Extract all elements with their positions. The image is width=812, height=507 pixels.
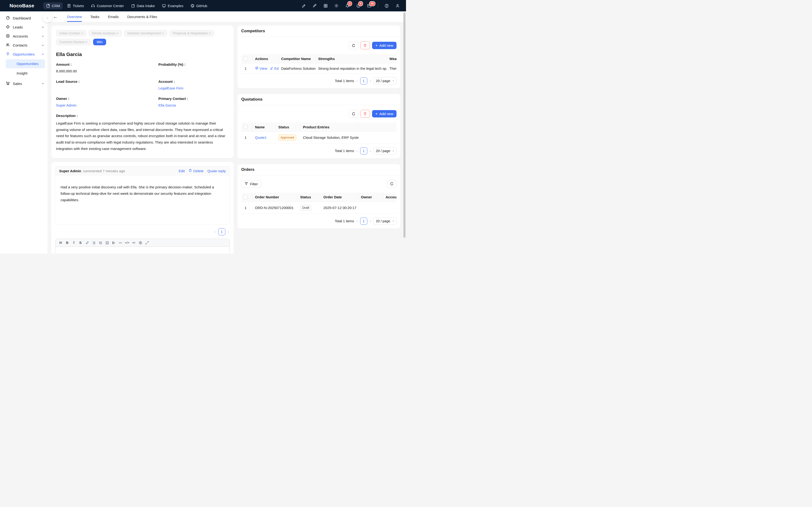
edit-link[interactable]: Edit — [270, 66, 279, 70]
tab-overview[interactable]: Overview — [67, 11, 82, 22]
weaknesses-cell: Their p — [387, 63, 397, 73]
prev-page-icon[interactable]: ‹ — [356, 219, 358, 223]
comment-edit-link[interactable]: Edit — [179, 169, 185, 173]
select-all-checkbox[interactable] — [241, 54, 253, 63]
add-new-button[interactable]: +Add new — [372, 42, 397, 49]
quotation-link[interactable]: Quote1 — [255, 135, 267, 139]
page-number[interactable]: 1 — [360, 77, 367, 84]
notifications-badge: 3 — [347, 1, 352, 6]
owner-link[interactable]: Super Admin — [56, 103, 158, 108]
stage-contract-review[interactable]: Contract Review > — [56, 39, 91, 45]
bulk-delete-button[interactable] — [360, 42, 370, 49]
quotations-panel: Quotations +Add new — [238, 94, 400, 159]
view-link[interactable]: View — [255, 66, 267, 70]
table-row[interactable]: 1 Quote1 Approved Cloud Storage Solution… — [241, 132, 397, 144]
stage-needs-analysis[interactable]: Needs Analysis > — [89, 30, 122, 37]
filter-button[interactable]: Filter — [241, 180, 261, 188]
code-block-icon[interactable]: </> — [124, 240, 130, 245]
sidebar-item-leads[interactable]: Leads — [0, 23, 48, 32]
page-size-select[interactable]: 20 / page▾ — [373, 217, 397, 225]
table-row[interactable]: 1 View Edit DataFortress Solutions Stron… — [241, 63, 397, 73]
next-page-icon[interactable]: › — [370, 149, 371, 153]
tasks-check-icon[interactable]: 9 — [356, 3, 361, 8]
page-number[interactable]: 1 — [360, 147, 367, 155]
bulk-delete-button[interactable] — [360, 110, 370, 118]
table-row[interactable]: 1 ORD-N-2025071200001 Draft 2025-07-12 0… — [241, 202, 397, 214]
status-badge: Draft — [300, 205, 311, 211]
fullscreen-icon[interactable] — [144, 240, 150, 245]
field-lead-source: Lead Source : — [56, 79, 158, 91]
nav-item-data-intake[interactable]: Data Intake — [128, 2, 158, 9]
sidebar-item-dashboard[interactable]: Dashboard — [0, 14, 48, 23]
comment-textarea[interactable] — [55, 247, 230, 253]
heading-icon[interactable]: H — [58, 240, 63, 245]
sidebar-item-contacts[interactable]: Contacts — [0, 41, 48, 50]
sidebar-item-accounts[interactable]: Accounts — [0, 32, 48, 41]
navbar-menu: CRM Tickets Customer Center Data Intake … — [43, 0, 210, 11]
comment-quote-reply-link[interactable]: Quote reply — [207, 169, 226, 173]
select-all-checkbox[interactable] — [241, 122, 253, 132]
ordered-list-icon[interactable]: 123 — [98, 240, 103, 245]
page-size-select[interactable]: 20 / page▾ — [373, 147, 397, 155]
comment-delete-link[interactable]: Delete — [189, 169, 203, 173]
nav-item-customer-center[interactable]: Customer Center — [88, 2, 126, 9]
horizontal-rule-icon[interactable]: — — [117, 240, 123, 245]
account-link[interactable]: LegalEase Firm — [158, 86, 229, 91]
highlighter-icon[interactable] — [301, 3, 306, 8]
user-icon[interactable] — [395, 3, 400, 8]
unordered-list-icon[interactable] — [91, 240, 97, 245]
italic-icon[interactable]: I — [71, 240, 77, 245]
quote-icon[interactable] — [111, 240, 116, 245]
back-arrow-icon[interactable]: ← — [53, 14, 58, 19]
primary-contact-link[interactable]: Ella Garcia — [158, 103, 229, 108]
upload-icon[interactable] — [138, 240, 143, 245]
stage-proposal-negotiation[interactable]: Proposal & Negotiation > — [169, 30, 214, 37]
plugin-icon[interactable] — [312, 3, 317, 8]
sidebar-item-sales[interactable]: Sales — [0, 79, 48, 88]
help-icon[interactable] — [384, 3, 389, 8]
refresh-button[interactable] — [387, 180, 397, 188]
prev-page-icon[interactable]: ‹ — [356, 79, 358, 83]
settings-gear-icon[interactable] — [334, 3, 339, 8]
checklist-icon[interactable] — [104, 240, 110, 245]
sidebar-item-opportunities[interactable]: Opportunities — [0, 50, 48, 59]
field-probability: Probability (%) : — [158, 62, 229, 73]
stage-solution-development[interactable]: Solution Development > — [124, 30, 167, 37]
field-primary-contact: Primary Contact : Ella Garcia — [158, 97, 229, 108]
bold-icon[interactable]: B — [64, 240, 70, 245]
refresh-button[interactable] — [349, 42, 358, 49]
inline-code-icon[interactable]: <> — [131, 240, 137, 245]
sidebar-subitem-opportunities[interactable]: Opportunities — [6, 59, 45, 68]
sidebar-collapse-button[interactable]: ‹ — [43, 13, 52, 22]
chevron-down-icon — [42, 34, 44, 39]
add-new-button[interactable]: +Add new — [372, 110, 397, 117]
page-size-select[interactable]: 20 / page▾ — [373, 77, 397, 84]
nav-item-tickets[interactable]: Tickets — [64, 2, 87, 9]
nav-item-github[interactable]: GitHub — [188, 2, 210, 9]
refresh-button[interactable] — [349, 110, 358, 118]
comment-author: Super Admin — [59, 169, 81, 173]
link-icon[interactable] — [84, 240, 90, 245]
page-number[interactable]: 1 — [360, 218, 367, 225]
stage-win-button[interactable]: Win — [93, 39, 106, 45]
mail-icon[interactable]: 98 — [367, 3, 371, 8]
prev-page-icon[interactable]: ‹ — [356, 149, 358, 153]
headset-icon — [91, 4, 95, 8]
sidebar-subitem-insight[interactable]: Insight — [6, 69, 45, 78]
select-all-checkbox[interactable] — [241, 193, 253, 202]
notifications-bell-icon[interactable]: 3 — [345, 3, 350, 8]
nav-item-examples[interactable]: Examples — [159, 2, 186, 9]
next-page-icon[interactable]: › — [228, 230, 229, 234]
tab-tasks[interactable]: Tasks — [91, 11, 99, 22]
tab-emails[interactable]: Emails — [108, 11, 119, 22]
stage-initial-contact[interactable]: Initial Contact > — [56, 30, 87, 37]
prev-page-icon[interactable]: ‹ — [214, 230, 216, 234]
nav-item-crm[interactable]: CRM — [43, 2, 63, 9]
vertical-scrollbar[interactable] — [403, 12, 406, 238]
next-page-icon[interactable]: › — [370, 79, 371, 83]
blocks-icon[interactable] — [323, 3, 328, 8]
next-page-icon[interactable]: › — [370, 219, 371, 223]
strikethrough-icon[interactable]: S — [78, 240, 83, 245]
page-number[interactable]: 1 — [218, 228, 225, 235]
tab-documents-files[interactable]: Documents & Files — [127, 11, 157, 22]
